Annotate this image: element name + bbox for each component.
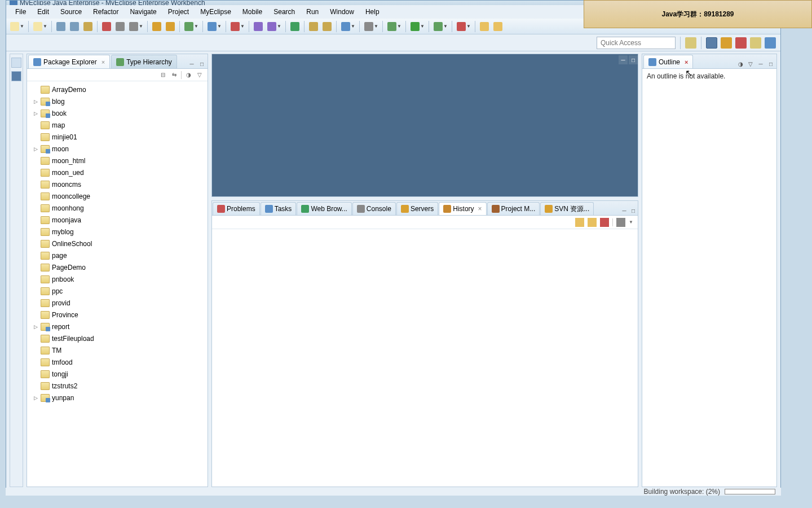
focus-task-button[interactable]: ◑ bbox=[184, 71, 193, 80]
tab-webbrow[interactable]: Web Brow... bbox=[297, 202, 351, 215]
project-tongji[interactable]: tongji bbox=[28, 368, 206, 380]
ext2[interactable]: ▼ bbox=[455, 20, 467, 33]
folder1[interactable] bbox=[478, 20, 491, 33]
maximize-button[interactable]: □ bbox=[629, 55, 638, 64]
project-TM[interactable]: TM bbox=[28, 344, 206, 356]
minimize-button[interactable]: ─ bbox=[619, 55, 628, 64]
web-button[interactable] bbox=[289, 20, 301, 33]
close-icon[interactable]: × bbox=[478, 205, 482, 213]
menu-file[interactable]: File bbox=[10, 6, 32, 17]
project-PageDemo[interactable]: PageDemo bbox=[28, 261, 206, 273]
project-map[interactable]: map bbox=[28, 119, 206, 131]
menu-search[interactable]: Search bbox=[268, 6, 301, 17]
project-book[interactable]: ▷book bbox=[28, 107, 206, 119]
save-all-button[interactable] bbox=[68, 20, 81, 33]
dropdown-arrow-icon[interactable]: ▼ bbox=[629, 220, 633, 225]
folder2[interactable] bbox=[492, 20, 504, 33]
project-mooncms[interactable]: mooncms bbox=[28, 178, 206, 190]
project-myblog[interactable]: myblog bbox=[28, 226, 206, 238]
project-moon_ued[interactable]: moon_ued bbox=[28, 167, 206, 178]
tool9[interactable]: ▼ bbox=[266, 20, 278, 33]
group-button[interactable] bbox=[616, 218, 625, 227]
perspective-button[interactable] bbox=[765, 37, 776, 49]
menu-window[interactable]: Window bbox=[324, 6, 360, 17]
tool6[interactable]: ▼ bbox=[206, 20, 218, 33]
view-menu-button[interactable]: ▽ bbox=[746, 59, 755, 68]
maximize-button[interactable]: □ bbox=[629, 206, 638, 215]
project-blog[interactable]: ▷blog bbox=[28, 95, 206, 107]
minimize-button[interactable]: ─ bbox=[187, 59, 196, 68]
tab-console[interactable]: Console bbox=[352, 202, 396, 215]
progress-bar[interactable] bbox=[725, 489, 775, 494]
project-testFileupload[interactable]: testFileupload bbox=[28, 332, 206, 344]
perspective-button[interactable] bbox=[721, 37, 732, 49]
focus-button[interactable]: ◑ bbox=[736, 59, 745, 68]
project-tzstruts2[interactable]: tzstruts2 bbox=[28, 380, 206, 392]
project-minjie01[interactable]: minjie01 bbox=[28, 131, 206, 143]
project-Province[interactable]: Province bbox=[28, 309, 206, 321]
project-report[interactable]: ▷report bbox=[28, 321, 206, 332]
browse2[interactable] bbox=[321, 20, 333, 33]
project-pnbook[interactable]: pnbook bbox=[28, 273, 206, 285]
tool7[interactable]: ▼ bbox=[229, 20, 241, 33]
menu-help[interactable]: Help bbox=[360, 6, 385, 17]
project-page[interactable]: page bbox=[28, 249, 206, 261]
project-mooncollege[interactable]: mooncollege bbox=[28, 190, 206, 202]
project-moon[interactable]: ▷moon bbox=[28, 143, 206, 155]
project-yunpan[interactable]: ▷yunpan bbox=[28, 392, 206, 404]
menu-run[interactable]: Run bbox=[301, 6, 324, 17]
redo-button[interactable] bbox=[164, 20, 176, 33]
quick-access-input[interactable] bbox=[597, 37, 676, 49]
project-OnlineSchool[interactable]: OnlineSchool bbox=[28, 238, 206, 249]
tool10[interactable]: ▼ bbox=[339, 20, 352, 33]
tool5[interactable]: ▼ bbox=[183, 20, 195, 33]
menu-refactor[interactable]: Refactor bbox=[87, 6, 124, 17]
project-provid[interactable]: provid bbox=[28, 297, 206, 309]
expand-arrow-icon[interactable]: ▷ bbox=[33, 146, 38, 152]
menu-myeclipse[interactable]: MyEclipse bbox=[195, 6, 237, 17]
expand-arrow-icon[interactable]: ▷ bbox=[33, 324, 38, 330]
tool1[interactable] bbox=[100, 20, 113, 33]
tool3[interactable]: ▼ bbox=[127, 20, 140, 33]
print-button[interactable] bbox=[82, 20, 94, 33]
project-moonjava[interactable]: moonjava bbox=[28, 214, 206, 226]
project-tmfood[interactable]: tmfood bbox=[28, 356, 206, 368]
expand-arrow-icon[interactable]: ▷ bbox=[33, 395, 38, 401]
collapse-all-button[interactable]: ⊟ bbox=[158, 71, 167, 80]
project-moon_html[interactable]: moon_html bbox=[28, 155, 206, 167]
project-moonhong[interactable]: moonhong bbox=[28, 202, 206, 214]
expand-arrow-icon[interactable]: ▷ bbox=[33, 111, 38, 116]
project-ppc[interactable]: ppc bbox=[28, 285, 206, 297]
link-editor-button[interactable]: ⇆ bbox=[170, 71, 179, 80]
view-menu-button[interactable]: ▽ bbox=[195, 71, 204, 80]
tab-type-hierarchy[interactable]: Type Hierarchy bbox=[111, 55, 177, 68]
minimize-button[interactable]: ─ bbox=[620, 206, 629, 215]
tool8[interactable] bbox=[252, 20, 264, 33]
close-icon[interactable]: × bbox=[102, 59, 105, 65]
undo-button[interactable] bbox=[151, 20, 163, 33]
debug-button[interactable]: ▼ bbox=[386, 20, 398, 33]
project-tree[interactable]: ArrayDemo▷blog▷bookmapminjie01▷moonmoon_… bbox=[27, 81, 208, 487]
close-icon[interactable]: × bbox=[685, 59, 688, 65]
tab-package-explorer[interactable]: Package Explorer × bbox=[28, 55, 110, 68]
open-perspective-button[interactable] bbox=[685, 37, 696, 49]
maximize-button[interactable]: □ bbox=[197, 59, 206, 68]
editor-area[interactable]: ─ □ bbox=[211, 54, 638, 197]
maximize-button[interactable]: □ bbox=[766, 59, 775, 68]
menu-project[interactable]: Project bbox=[162, 6, 195, 17]
new-button[interactable]: ▼ bbox=[8, 20, 21, 33]
tab-tasks[interactable]: Tasks bbox=[261, 202, 297, 215]
menu-navigate[interactable]: Navigate bbox=[124, 6, 162, 17]
ext1[interactable]: ▼ bbox=[432, 20, 444, 33]
save-button[interactable] bbox=[55, 20, 67, 33]
tab-outline[interactable]: Outline × bbox=[643, 55, 693, 68]
pin-button[interactable] bbox=[600, 218, 609, 227]
restore-view-button[interactable] bbox=[11, 71, 21, 81]
tool11[interactable]: ▼ bbox=[363, 20, 375, 33]
menu-source[interactable]: Source bbox=[55, 6, 87, 17]
new-menu[interactable]: ▼ bbox=[32, 20, 44, 33]
menu-edit[interactable]: Edit bbox=[32, 6, 55, 17]
menu-mobile[interactable]: Mobile bbox=[237, 6, 268, 17]
run-button[interactable]: ▼ bbox=[409, 20, 421, 33]
browse1[interactable] bbox=[307, 20, 320, 33]
